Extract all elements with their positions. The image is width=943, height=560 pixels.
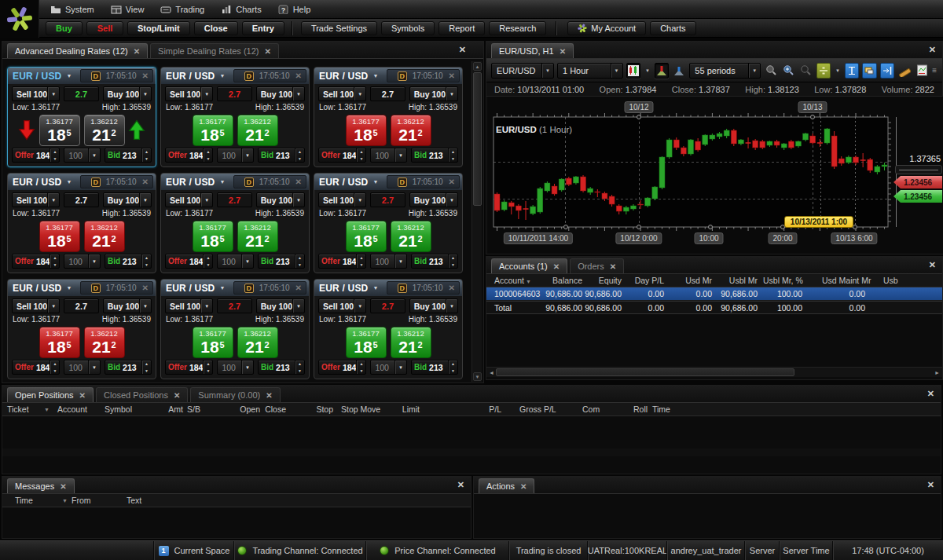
sell-amount-dropdown[interactable]: Sell 100▼ xyxy=(12,192,60,207)
bid-input[interactable]: Bid213▲▼ xyxy=(258,148,305,163)
dealer-mode-badge[interactable]: D xyxy=(398,284,407,293)
tab-open-positions[interactable]: Open Positions✕ xyxy=(7,387,94,402)
buy-button[interactable]: Buy xyxy=(46,21,83,35)
dealer-mode-badge[interactable]: D xyxy=(244,178,254,187)
column-header[interactable]: Usd Maint Mr xyxy=(822,276,865,285)
dealer-mode-badge[interactable]: D xyxy=(398,178,407,187)
tab-orders[interactable]: Orders✕ xyxy=(570,258,624,273)
bid-input[interactable]: Bid213▲▼ xyxy=(105,360,152,375)
dealer-mode-badge[interactable]: D xyxy=(244,71,254,81)
indicator-red-button[interactable] xyxy=(655,63,669,79)
tab-simple-dealing-rates-12-[interactable]: Simple Dealing Rates (12)✕ xyxy=(150,43,279,58)
stop-limit-button[interactable]: Stop/Limit xyxy=(127,21,190,35)
grid-settings-button[interactable] xyxy=(816,63,831,79)
scroll-down-icon[interactable]: ▼ xyxy=(473,372,482,381)
close-icon[interactable]: ✕ xyxy=(927,480,934,490)
close-icon[interactable]: ✕ xyxy=(295,284,302,292)
tab-summary-0-00-[interactable]: Summary (0.00)✕ xyxy=(190,387,280,402)
offer-input[interactable]: Offer184▲▼ xyxy=(318,254,366,269)
column-header[interactable]: Time xyxy=(652,404,670,414)
sell-amount-dropdown[interactable]: Sell 100▼ xyxy=(12,298,60,313)
amount-dropdown[interactable]: 100▼ xyxy=(217,360,254,375)
snap-button[interactable] xyxy=(880,63,894,79)
chart-area[interactable]: EUR/USD (1 Hour) 1.37365 1.23456 1.23456… xyxy=(488,97,943,254)
close-icon[interactable]: ✕ xyxy=(174,391,180,400)
close-icon[interactable]: ✕ xyxy=(457,480,464,490)
tab-advanced-dealing-rates-12-[interactable]: Advanced Dealing Rates (12)✕ xyxy=(7,43,148,58)
offer-input[interactable]: Offer184▲▼ xyxy=(12,254,60,269)
column-header[interactable]: Amt xyxy=(152,404,183,414)
amount-dropdown[interactable]: 100▼ xyxy=(217,148,254,163)
column-header[interactable]: Account ▼ xyxy=(494,276,531,285)
offer-input[interactable]: Offer184▲▼ xyxy=(12,360,60,375)
close-icon[interactable]: ✕ xyxy=(553,262,560,271)
research-button[interactable]: Research xyxy=(489,21,546,35)
chart-menu-icon[interactable]: ≡ xyxy=(932,66,937,75)
column-header[interactable]: Text xyxy=(127,496,141,505)
menu-system[interactable]: System xyxy=(44,0,105,19)
tab-actions[interactable]: Actions✕ xyxy=(479,478,534,493)
zoom-reset-icon[interactable] xyxy=(799,63,813,79)
tab-messages[interactable]: Messages✕ xyxy=(7,478,75,493)
close-icon[interactable]: ✕ xyxy=(459,45,466,55)
column-header[interactable]: From xyxy=(72,496,91,505)
buy-amount-dropdown[interactable]: Buy 100▼ xyxy=(103,192,152,207)
chart-type-button[interactable] xyxy=(626,63,640,79)
chart-symbol-dropdown[interactable]: EUR/USD▼ xyxy=(491,63,554,79)
entry-button[interactable]: Entry xyxy=(242,21,284,35)
column-header[interactable]: Stop Move xyxy=(341,404,380,414)
sell-amount-dropdown[interactable]: Sell 100▼ xyxy=(165,86,213,101)
column-header[interactable]: Usb xyxy=(883,276,898,285)
bid-input[interactable]: Bid213▲▼ xyxy=(411,148,458,163)
sell-price-tile[interactable]: 1.36177185 xyxy=(39,115,80,146)
buy-amount-dropdown[interactable]: Buy 100▼ xyxy=(103,86,152,101)
symbol-dropdown[interactable]: EUR / USD▼ xyxy=(161,283,233,294)
sell-amount-dropdown[interactable]: Sell 100▼ xyxy=(12,86,60,101)
offer-input[interactable]: Offer184▲▼ xyxy=(165,148,213,163)
close-icon[interactable]: ✕ xyxy=(449,71,455,80)
buy-price-tile[interactable]: 1.36212212 xyxy=(237,115,278,146)
amount-dropdown[interactable]: 100▼ xyxy=(64,148,101,163)
symbol-dropdown[interactable]: EUR / USD▼ xyxy=(161,177,233,188)
buy-amount-dropdown[interactable]: Buy 100▼ xyxy=(256,86,305,101)
menu-help[interactable]: ?Help xyxy=(272,0,321,19)
dealer-mode-badge[interactable]: D xyxy=(91,178,101,187)
windows-button[interactable] xyxy=(862,63,876,79)
column-header[interactable]: Equity xyxy=(584,276,622,285)
bid-input[interactable]: Bid213▲▼ xyxy=(411,360,458,375)
buy-amount-dropdown[interactable]: Buy 100▼ xyxy=(409,192,458,207)
amount-dropdown[interactable]: 100▼ xyxy=(64,254,101,269)
close-icon[interactable]: ✕ xyxy=(520,482,527,491)
offer-input[interactable]: Offer184▲▼ xyxy=(318,360,366,375)
tab-accounts-1-[interactable]: Accounts (1)✕ xyxy=(491,258,567,273)
sell-button[interactable]: Sell xyxy=(86,21,123,35)
offer-input[interactable]: Offer184▲▼ xyxy=(318,148,366,163)
sell-amount-dropdown[interactable]: Sell 100▼ xyxy=(165,192,213,207)
buy-price-tile[interactable]: 1.36212212 xyxy=(391,327,431,358)
amount-dropdown[interactable]: 100▼ xyxy=(370,148,407,163)
chart-interval-dropdown[interactable]: 1 Hour▼ xyxy=(557,63,623,79)
buy-price-tile[interactable]: 1.36212212 xyxy=(84,327,125,358)
sell-price-tile[interactable]: 1.36177185 xyxy=(346,115,387,146)
tab-closed-positions[interactable]: Closed Positions✕ xyxy=(96,387,188,402)
sell-amount-dropdown[interactable]: Sell 100▼ xyxy=(165,298,213,313)
column-header[interactable]: Stop xyxy=(294,404,333,414)
amount-dropdown[interactable]: 100▼ xyxy=(64,360,101,375)
close-icon[interactable]: ✕ xyxy=(266,391,272,400)
chart-report-button[interactable] xyxy=(915,63,929,79)
zoom-in-icon[interactable] xyxy=(781,63,795,79)
report-button[interactable]: Report xyxy=(438,21,485,35)
column-header[interactable]: Close xyxy=(239,404,286,414)
buy-price-tile[interactable]: 1.36212212 xyxy=(237,327,278,358)
vertical-ruler-button[interactable] xyxy=(845,63,859,79)
buy-price-tile[interactable]: 1.36212212 xyxy=(391,115,431,146)
buy-amount-dropdown[interactable]: Buy 100▼ xyxy=(409,86,458,101)
amount-dropdown[interactable]: 100▼ xyxy=(217,254,254,269)
scroll-left-icon[interactable]: ◄ xyxy=(487,368,496,377)
buy-amount-dropdown[interactable]: Buy 100▼ xyxy=(409,298,458,313)
horizontal-scrollbar[interactable]: ◄ ► xyxy=(486,367,942,377)
column-header[interactable]: Limit xyxy=(380,404,420,414)
sell-amount-dropdown[interactable]: Sell 100▼ xyxy=(318,298,366,313)
column-header[interactable]: Ticket xyxy=(7,404,29,414)
dealer-mode-badge[interactable]: D xyxy=(91,284,101,293)
